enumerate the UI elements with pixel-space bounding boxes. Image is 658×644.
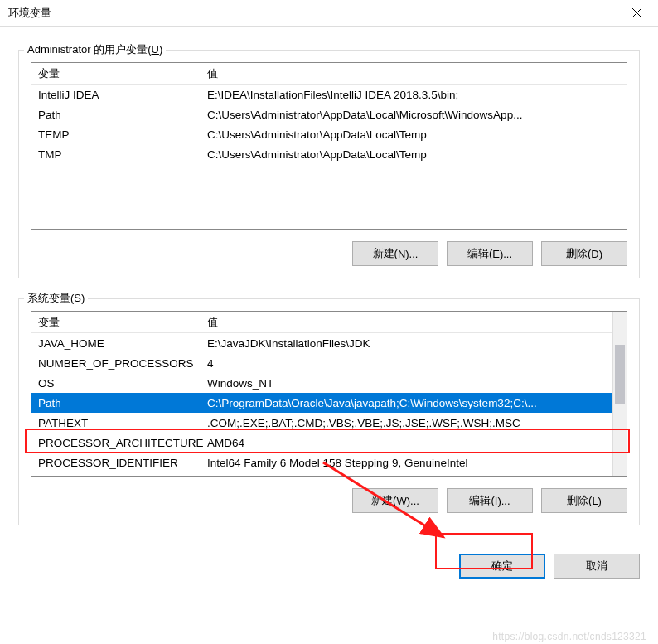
window-title: 环境变量 bbox=[8, 6, 623, 21]
system-variables-group: 系统变量(S) 变量 值 JAVA_HOME E:\JavaJDK\Instal… bbox=[18, 298, 640, 525]
table-row[interactable]: TEMP C:\Users\Administrator\AppData\Loca… bbox=[31, 124, 627, 144]
table-header: 变量 值 bbox=[31, 312, 612, 333]
table-row[interactable]: TMP C:\Users\Administrator\AppData\Local… bbox=[31, 144, 627, 164]
table-row[interactable]: PATHEXT .COM;.EXE;.BAT;.CMD;.VBS;.VBE;.J… bbox=[31, 413, 612, 433]
delete-sys-var-button[interactable]: 删除(L) bbox=[541, 488, 627, 513]
new-sys-var-button[interactable]: 新建(W)... bbox=[352, 488, 438, 513]
table-row[interactable]: NUMBER_OF_PROCESSORS 4 bbox=[31, 353, 612, 373]
table-row[interactable]: Path C:\Users\Administrator\AppData\Loca… bbox=[31, 104, 627, 124]
header-value: 值 bbox=[204, 315, 612, 330]
table-row-selected[interactable]: Path C:\ProgramData\Oracle\Java\javapath… bbox=[31, 393, 612, 413]
close-icon[interactable] bbox=[623, 0, 650, 27]
dialog-footer: 确定 取消 bbox=[0, 550, 658, 590]
table-header: 变量 值 bbox=[31, 63, 627, 85]
delete-user-var-button[interactable]: 删除(D) bbox=[541, 241, 627, 266]
user-variables-buttons: 新建(N)... 编辑(E)... 删除(D) bbox=[31, 241, 627, 266]
ok-button[interactable]: 确定 bbox=[459, 554, 545, 579]
scrollbar[interactable] bbox=[612, 312, 627, 476]
header-name: 变量 bbox=[31, 66, 204, 81]
user-variables-group: Administrator 的用户变量(U) 变量 值 IntelliJ IDE… bbox=[18, 50, 640, 278]
table-row[interactable]: JAVA_HOME E:\JavaJDK\InstallationFiles\J… bbox=[31, 333, 612, 353]
table-row[interactable]: PROCESSOR_IDENTIFIER Intel64 Family 6 Mo… bbox=[31, 453, 612, 472]
watermark: https://blog.csdn.net/cnds123321 bbox=[492, 631, 646, 642]
edit-user-var-button[interactable]: 编辑(E)... bbox=[447, 241, 533, 266]
system-variables-table[interactable]: 变量 值 JAVA_HOME E:\JavaJDK\InstallationFi… bbox=[31, 311, 627, 477]
table-row[interactable]: OS Windows_NT bbox=[31, 373, 612, 393]
header-value: 值 bbox=[204, 66, 627, 81]
table-row[interactable]: IntelliJ IDEA E:\IDEA\InstallationFiles\… bbox=[31, 85, 627, 104]
system-variables-label: 系统变量(S) bbox=[24, 291, 88, 306]
system-variables-buttons: 新建(W)... 编辑(I)... 删除(L) bbox=[31, 488, 627, 513]
header-name: 变量 bbox=[31, 315, 204, 330]
cancel-button[interactable]: 取消 bbox=[554, 554, 640, 579]
user-variables-label: Administrator 的用户变量(U) bbox=[24, 42, 166, 57]
user-variables-table[interactable]: 变量 值 IntelliJ IDEA E:\IDEA\InstallationF… bbox=[31, 62, 627, 230]
dialog-body: Administrator 的用户变量(U) 变量 值 IntelliJ IDE… bbox=[0, 27, 658, 550]
scrollbar-thumb[interactable] bbox=[615, 345, 625, 404]
edit-sys-var-button[interactable]: 编辑(I)... bbox=[447, 488, 533, 513]
table-row[interactable]: PROCESSOR_ARCHITECTURE AMD64 bbox=[31, 433, 612, 453]
new-user-var-button[interactable]: 新建(N)... bbox=[352, 241, 438, 266]
titlebar: 环境变量 bbox=[0, 0, 658, 27]
